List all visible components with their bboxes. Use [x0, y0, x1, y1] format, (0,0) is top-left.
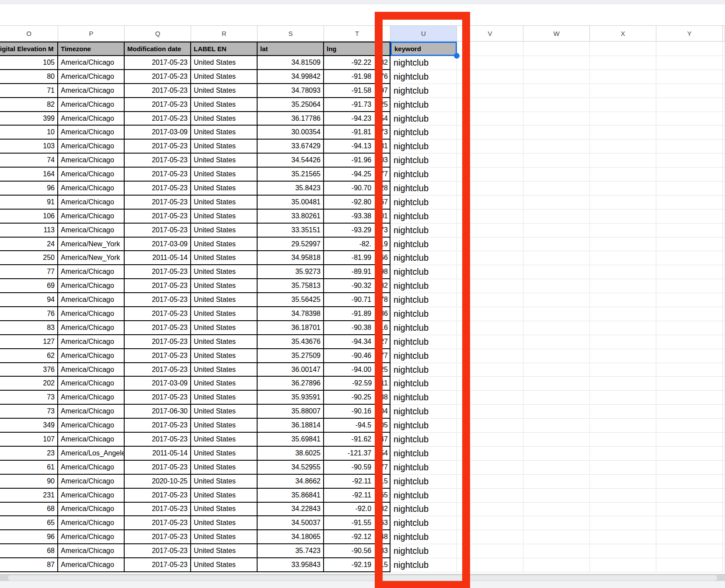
- cell-elevation[interactable]: 164: [0, 168, 58, 182]
- cell-elevation[interactable]: 399: [0, 112, 58, 126]
- cell-timezone[interactable]: America/Chicago: [58, 503, 125, 517]
- cell-empty[interactable]: [656, 503, 723, 517]
- cell-empty[interactable]: [723, 84, 725, 98]
- cell-empty[interactable]: [457, 98, 523, 112]
- cell-lng[interactable]: -90.4677: [324, 349, 390, 363]
- cell-elevation[interactable]: 65: [0, 516, 58, 530]
- cell-lng[interactable]: -92.1115: [324, 475, 390, 489]
- cell-mod-date[interactable]: 2017-05-23: [125, 433, 191, 447]
- cell-timezone[interactable]: America/Chicago: [58, 196, 125, 210]
- cell-timezone[interactable]: America/Chicago: [58, 489, 125, 503]
- cell-lat[interactable]: 36.18701: [258, 321, 324, 335]
- cell-empty[interactable]: [590, 112, 656, 126]
- cell-timezone[interactable]: America/New_York: [58, 238, 125, 252]
- cell-empty[interactable]: [523, 530, 590, 544]
- cell-lat[interactable]: 33.67429: [258, 140, 324, 154]
- cell-empty[interactable]: [457, 307, 523, 321]
- column-letter-P[interactable]: P: [58, 25, 125, 42]
- cell-empty[interactable]: [523, 321, 590, 335]
- cell-empty[interactable]: [723, 196, 725, 210]
- cell-empty[interactable]: [723, 140, 725, 154]
- cell-elevation[interactable]: 69: [0, 279, 58, 293]
- cell-empty[interactable]: [523, 154, 590, 168]
- cell-keyword[interactable]: nightclub: [390, 447, 457, 461]
- cell-empty[interactable]: [523, 182, 590, 196]
- cell-empty[interactable]: [523, 251, 590, 265]
- cell-empty[interactable]: [656, 489, 723, 503]
- cell-lng[interactable]: -91.6247: [324, 433, 390, 447]
- cell-empty[interactable]: [523, 224, 590, 238]
- cell-empty[interactable]: [656, 433, 723, 447]
- cell-lat[interactable]: 35.69841: [258, 433, 324, 447]
- cell-empty[interactable]: [457, 475, 523, 489]
- cell-timezone[interactable]: America/Chicago: [58, 210, 125, 224]
- cell-empty[interactable]: [723, 56, 725, 70]
- column-letter-V[interactable]: V: [457, 25, 523, 42]
- cell-keyword[interactable]: nightclub: [390, 419, 457, 433]
- cell-empty[interactable]: [656, 154, 723, 168]
- cell-lat[interactable]: 33.80261: [258, 210, 324, 224]
- header-cell-modification-date[interactable]: Modification date: [125, 42, 191, 56]
- cell-lng[interactable]: -90.5633: [324, 544, 390, 558]
- cell-label-en[interactable]: United States: [191, 433, 258, 447]
- cell-mod-date[interactable]: 2017-05-23: [125, 321, 191, 335]
- cell-label-en[interactable]: United States: [191, 238, 258, 252]
- cell-keyword[interactable]: nightclub: [390, 154, 457, 168]
- cell-label-en[interactable]: United States: [191, 112, 258, 126]
- cell-keyword[interactable]: nightclub: [390, 321, 457, 335]
- cell-timezone[interactable]: America/New_York: [58, 251, 125, 265]
- cell-empty[interactable]: [723, 377, 725, 391]
- cell-empty[interactable]: [723, 558, 725, 572]
- cell-empty[interactable]: [457, 489, 523, 503]
- cell-mod-date[interactable]: 2017-05-23: [125, 516, 191, 530]
- cell-lng[interactable]: -90.3816: [324, 321, 390, 335]
- cell-mod-date[interactable]: 2017-05-23: [125, 84, 191, 98]
- cell-label-en[interactable]: United States: [191, 475, 258, 489]
- cell-timezone[interactable]: America/Chicago: [58, 70, 125, 84]
- header-cell-timezone[interactable]: Timezone: [58, 42, 125, 56]
- cell-empty[interactable]: [656, 112, 723, 126]
- cell-lat[interactable]: 35.25064: [258, 98, 324, 112]
- cell-empty[interactable]: [590, 377, 656, 391]
- cell-empty[interactable]: [457, 419, 523, 433]
- cell-empty[interactable]: [457, 238, 523, 252]
- cell-elevation[interactable]: 106: [0, 210, 58, 224]
- cell-empty[interactable]: [723, 251, 725, 265]
- cell-empty[interactable]: [723, 293, 725, 307]
- cell-mod-date[interactable]: 2020-10-25: [125, 475, 191, 489]
- cell-timezone[interactable]: America/Chicago: [58, 349, 125, 363]
- cell-keyword[interactable]: nightclub: [390, 182, 457, 196]
- cell-empty[interactable]: [590, 196, 656, 210]
- cell-empty[interactable]: [457, 335, 523, 349]
- cell-empty[interactable]: [523, 363, 590, 377]
- cell-timezone[interactable]: America/Chicago: [58, 363, 125, 377]
- cell-empty[interactable]: [523, 503, 590, 517]
- cell-empty[interactable]: [723, 405, 725, 419]
- cell-empty[interactable]: [723, 265, 725, 279]
- cell-mod-date[interactable]: 2017-03-09: [125, 377, 191, 391]
- cell-lng[interactable]: -94.2354: [324, 112, 390, 126]
- cell-elevation[interactable]: 231: [0, 489, 58, 503]
- cell-lng[interactable]: -94.2577: [324, 168, 390, 182]
- cell-label-en[interactable]: United States: [191, 461, 258, 475]
- cell-lng[interactable]: -82.19: [324, 238, 390, 252]
- cell-label-en[interactable]: United States: [191, 210, 258, 224]
- cell-lat[interactable]: 34.99842: [258, 70, 324, 84]
- header-cell-label-en[interactable]: LABEL EN: [191, 42, 258, 56]
- cell-empty[interactable]: [590, 182, 656, 196]
- cell-empty[interactable]: [457, 391, 523, 405]
- cell-empty[interactable]: [590, 307, 656, 321]
- cell-empty[interactable]: [590, 503, 656, 517]
- cell-empty[interactable]: [457, 516, 523, 530]
- cell-empty[interactable]: [590, 210, 656, 224]
- cell-mod-date[interactable]: 2011-05-14: [125, 447, 191, 461]
- cell-empty[interactable]: [457, 154, 523, 168]
- cell-label-en[interactable]: United States: [191, 405, 258, 419]
- cell-empty[interactable]: [457, 251, 523, 265]
- cell-timezone[interactable]: America/Chicago: [58, 335, 125, 349]
- cell-empty[interactable]: [723, 279, 725, 293]
- cell-lat[interactable]: 33.35151: [258, 224, 324, 238]
- cell-mod-date[interactable]: 2017-05-23: [125, 56, 191, 70]
- cell-timezone[interactable]: America/Chicago: [58, 461, 125, 475]
- cell-mod-date[interactable]: 2017-05-23: [125, 210, 191, 224]
